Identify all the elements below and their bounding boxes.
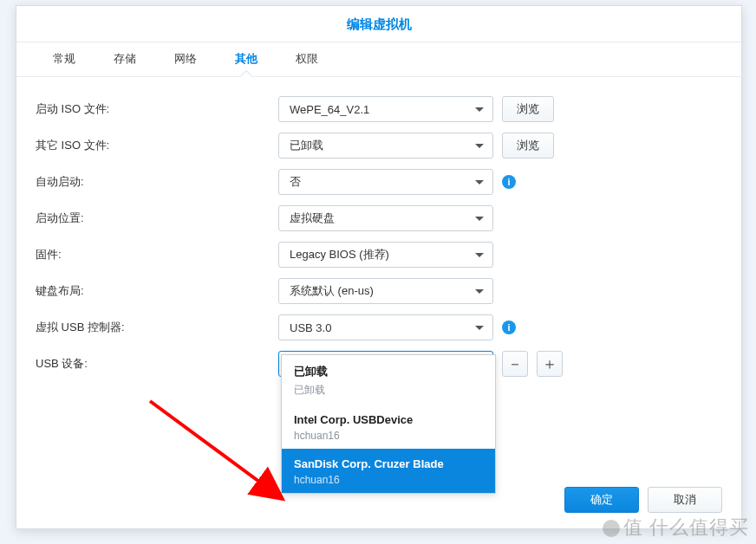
dropdown-option-unloaded[interactable]: 已卸载 已卸载 [282, 355, 495, 405]
usb-device-dropdown: 已卸载 已卸载 Intel Corp. USBDevice hchuan16 S… [281, 354, 496, 494]
tab-permission[interactable]: 权限 [277, 42, 337, 76]
watermark-text: 值 什么值得买 [623, 516, 749, 538]
chevron-down-icon [475, 144, 484, 148]
label-other-iso: 其它 ISO 文件: [36, 138, 278, 153]
label-boot-from: 启动位置: [36, 210, 278, 226]
cancel-button[interactable]: 取消 [648, 487, 722, 513]
tab-others[interactable]: 其他 [216, 42, 277, 76]
row-other-iso: 其它 ISO 文件: 已卸载 浏览 [36, 133, 722, 159]
select-boot-from[interactable]: 虚拟硬盘 [278, 205, 493, 231]
add-usb-button[interactable]: ＋ [537, 351, 563, 377]
dropdown-option-title: SanDisk Corp. Cruzer Blade [294, 457, 483, 470]
browse-boot-iso-button[interactable]: 浏览 [502, 96, 554, 122]
tab-network[interactable]: 网络 [155, 42, 216, 76]
dropdown-option-title: 已卸载 [294, 364, 483, 379]
info-icon[interactable]: i [502, 321, 516, 334]
select-boot-iso[interactable]: WePE_64_V2.1 [278, 96, 493, 122]
row-boot-iso: 启动 ISO 文件: WePE_64_V2.1 浏览 [36, 96, 722, 122]
select-other-iso[interactable]: 已卸载 [278, 133, 493, 159]
tab-bar: 常规 存储 网络 其他 权限 [16, 42, 741, 77]
select-boot-iso-value: WePE_64_V2.1 [290, 103, 369, 116]
select-other-iso-value: 已卸载 [290, 138, 323, 153]
chevron-down-icon [475, 217, 484, 221]
browse-other-iso-button[interactable]: 浏览 [502, 133, 554, 159]
select-keyboard-value: 系统默认 (en-us) [290, 283, 374, 299]
watermark: 值 什么值得买 [603, 515, 749, 541]
ok-button[interactable]: 确定 [564, 487, 639, 513]
dialog-title: 编辑虚拟机 [16, 6, 741, 42]
row-autostart: 自动启动: 否 i [36, 169, 722, 195]
label-usb-controller: 虚拟 USB 控制器: [36, 320, 278, 335]
select-autostart[interactable]: 否 [278, 169, 493, 195]
row-usb-controller: 虚拟 USB 控制器: USB 3.0 i [36, 314, 722, 340]
select-firmware-value: Legacy BIOS (推荐) [290, 247, 389, 262]
dropdown-option-sandisk[interactable]: SanDisk Corp. Cruzer Blade hchuan16 [282, 449, 495, 493]
row-keyboard: 键盘布局: 系统默认 (en-us) [36, 278, 722, 304]
label-usb-device: USB 设备: [36, 356, 278, 372]
dropdown-option-sub: 已卸载 [294, 383, 483, 398]
select-usb-controller-value: USB 3.0 [290, 321, 331, 334]
chevron-down-icon [475, 326, 484, 330]
select-boot-from-value: 虚拟硬盘 [290, 210, 335, 226]
form-area: 启动 ISO 文件: WePE_64_V2.1 浏览 其它 ISO 文件: 已卸… [16, 77, 741, 377]
info-icon[interactable]: i [502, 175, 516, 189]
tab-storage[interactable]: 存储 [94, 42, 155, 76]
tab-general[interactable]: 常规 [34, 42, 94, 76]
dropdown-option-sub: hchuan16 [294, 430, 483, 442]
label-boot-iso: 启动 ISO 文件: [36, 101, 278, 117]
row-firmware: 固件: Legacy BIOS (推荐) [36, 242, 722, 268]
dropdown-option-sub: hchuan16 [294, 474, 483, 486]
select-firmware[interactable]: Legacy BIOS (推荐) [278, 242, 493, 268]
select-autostart-value: 否 [290, 174, 301, 190]
remove-usb-button[interactable]: － [502, 351, 528, 377]
row-boot-from: 启动位置: 虚拟硬盘 [36, 205, 722, 231]
chevron-down-icon [475, 289, 484, 294]
chevron-down-icon [475, 107, 484, 112]
label-autostart: 自动启动: [36, 174, 278, 190]
watermark-icon [603, 520, 620, 537]
dropdown-option-intel[interactable]: Intel Corp. USBDevice hchuan16 [282, 405, 495, 449]
label-firmware: 固件: [36, 247, 278, 262]
select-usb-controller[interactable]: USB 3.0 [278, 314, 493, 340]
dialog-footer: 确定 取消 [556, 487, 722, 513]
select-keyboard[interactable]: 系统默认 (en-us) [278, 278, 493, 304]
chevron-down-icon [475, 180, 484, 185]
label-keyboard: 键盘布局: [36, 283, 278, 299]
dropdown-option-title: Intel Corp. USBDevice [294, 413, 483, 426]
chevron-down-icon [475, 253, 484, 257]
